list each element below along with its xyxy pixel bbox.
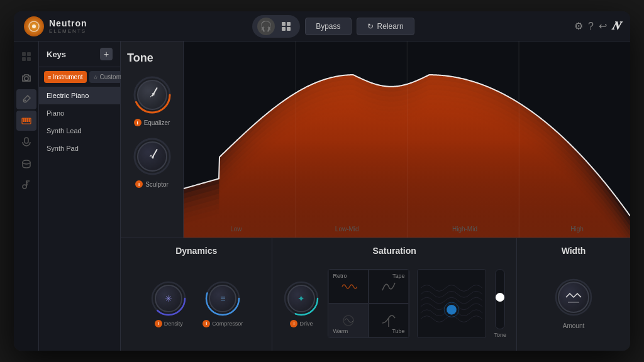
svg-rect-2 bbox=[282, 22, 286, 26]
freq-label-highmid: High-Mid bbox=[452, 226, 477, 233]
sculptor-knob-wrap: ∿ bbox=[132, 136, 172, 177]
svg-point-1 bbox=[32, 25, 36, 28]
add-preset-button[interactable]: + bbox=[100, 48, 113, 60]
n-brand-logo: 𝑵 bbox=[612, 19, 620, 33]
instrument-item-synth-pad[interactable]: Synth Pad bbox=[39, 140, 120, 157]
sat-type-grid: Retro Tape bbox=[328, 269, 409, 338]
compressor-knob-wrap: ≡ i Compressor bbox=[203, 280, 243, 327]
custom-tab[interactable]: ☆ Custom bbox=[89, 71, 125, 83]
svg-point-23 bbox=[23, 160, 30, 164]
sat-type-tape[interactable]: Tape bbox=[369, 270, 409, 304]
drive-label-row: i Drive bbox=[290, 320, 313, 327]
header: Neutron ELEMENTS 🎧 Bypass ↻ Relearn bbox=[14, 11, 630, 41]
frequency-chart: Low Low-Mid High-Mid High bbox=[184, 41, 630, 238]
strip-icon-bass[interactable] bbox=[16, 175, 36, 195]
strip-icon-microphone[interactable] bbox=[16, 132, 36, 152]
dynamics-controls: ✳ i Density bbox=[131, 263, 262, 343]
instrument-item-electric-piano[interactable]: Electric Piano bbox=[39, 87, 120, 104]
neutron-logo-icon bbox=[24, 16, 44, 36]
equalizer-info[interactable]: i bbox=[134, 119, 142, 126]
sat-type-warm[interactable]: Warm bbox=[328, 304, 369, 337]
density-label-row: i Density bbox=[155, 320, 183, 327]
view-toggle-group: 🎧 bbox=[252, 15, 300, 38]
sculptor-info[interactable]: i bbox=[135, 180, 143, 188]
amount-knob[interactable] bbox=[558, 282, 589, 313]
instrument-list: Electric Piano Piano Synth Lead Synth Pa… bbox=[39, 87, 120, 351]
strip-icon-guitar[interactable] bbox=[16, 89, 36, 109]
sat-type-tube-label: Tube bbox=[392, 328, 404, 334]
svg-rect-9 bbox=[27, 57, 31, 61]
instrument-item-piano[interactable]: Piano bbox=[39, 104, 120, 122]
sidebar-title: Keys bbox=[47, 50, 66, 59]
drive-knob[interactable]: ✦ bbox=[287, 285, 315, 312]
equalizer-knob-icon: ↗ bbox=[149, 90, 155, 99]
svg-point-11 bbox=[24, 100, 26, 102]
svg-rect-8 bbox=[22, 57, 26, 61]
compressor-label-row: i Compressor bbox=[203, 320, 243, 327]
freq-line-1 bbox=[296, 41, 296, 238]
headphones-tab[interactable]: 🎧 bbox=[257, 18, 275, 35]
density-icon: ✳ bbox=[165, 293, 172, 304]
dynamics-title: Dynamics bbox=[131, 246, 262, 256]
amount-label-row: Amount bbox=[563, 322, 584, 329]
svg-rect-5 bbox=[287, 27, 291, 31]
drive-info[interactable]: i bbox=[290, 320, 297, 327]
width-panel: Width bbox=[517, 238, 630, 351]
svg-rect-7 bbox=[27, 52, 31, 56]
svg-point-38 bbox=[447, 304, 457, 314]
drive-knob-wrap: ✦ i Drive bbox=[282, 280, 320, 327]
svg-point-10 bbox=[25, 77, 28, 80]
sculptor-knob-icon: ∿ bbox=[149, 153, 155, 161]
bottom-row: Dynamics ✳ bbox=[121, 238, 630, 351]
sat-type-tape-label: Tape bbox=[392, 273, 405, 279]
density-info[interactable]: i bbox=[155, 320, 162, 327]
compressor-info[interactable]: i bbox=[203, 320, 210, 327]
instrument-item-synth-lead[interactable]: Synth Lead bbox=[39, 122, 120, 140]
sat-type-warm-label: Warm bbox=[333, 328, 348, 334]
density-knob[interactable]: ✳ bbox=[155, 285, 182, 312]
compressor-knob[interactable]: ≡ bbox=[209, 285, 236, 312]
compressor-icon: ≡ bbox=[220, 293, 225, 304]
relearn-button[interactable]: ↻ Relearn bbox=[357, 18, 414, 35]
freq-gridlines bbox=[184, 41, 630, 238]
strip-icon-camera[interactable] bbox=[16, 68, 36, 88]
app-window: Neutron ELEMENTS 🎧 Bypass ↻ Relearn bbox=[14, 11, 630, 351]
main-content: Keys + ≡ Instrument ☆ Custom Electric Pi… bbox=[14, 41, 630, 351]
preset-tab-bar: ≡ Instrument ☆ Custom bbox=[39, 67, 120, 87]
freq-line-3 bbox=[519, 41, 519, 238]
freq-labels: Low Low-Mid High-Mid High bbox=[184, 226, 630, 233]
equalizer-knob-group: ↗ i Equalizer bbox=[127, 75, 177, 126]
icon-strip bbox=[14, 41, 39, 351]
sat-type-retro[interactable]: Retro bbox=[328, 270, 369, 304]
freq-label-lowmid: Low-Mid bbox=[335, 226, 359, 233]
density-knob-wrap: ✳ i Density bbox=[150, 280, 187, 327]
settings-icon[interactable]: ⚙ bbox=[574, 20, 583, 32]
svg-rect-6 bbox=[22, 52, 26, 56]
svg-point-24 bbox=[23, 185, 26, 189]
back-icon[interactable]: ↩ bbox=[599, 20, 607, 32]
strip-icon-keys[interactable] bbox=[16, 111, 36, 131]
sat-type-tube[interactable]: Tube bbox=[369, 304, 409, 337]
strip-icon-drum[interactable] bbox=[16, 153, 36, 173]
sat-tone-slider[interactable] bbox=[495, 269, 505, 329]
equalizer-knob[interactable]: ↗ bbox=[137, 80, 167, 110]
amount-knob-icon bbox=[565, 291, 582, 304]
tone-title: Tone bbox=[127, 52, 177, 65]
grid-tab[interactable] bbox=[277, 18, 295, 35]
app-subtitle: ELEMENTS bbox=[49, 28, 87, 34]
saturation-controls: ✦ i Drive Retro bbox=[282, 263, 506, 343]
strip-icon-grid[interactable] bbox=[16, 47, 36, 67]
sidebar: Keys + ≡ Instrument ☆ Custom Electric Pi… bbox=[39, 41, 121, 351]
equalizer-label-row: i Equalizer bbox=[134, 119, 170, 126]
app-title: Neutron bbox=[49, 18, 87, 28]
freq-label-low: Low bbox=[230, 226, 242, 233]
width-controls: Amount bbox=[527, 263, 620, 343]
freq-line-2 bbox=[407, 41, 408, 238]
instrument-tab[interactable]: ≡ Instrument bbox=[44, 71, 87, 83]
svg-rect-20 bbox=[28, 118, 30, 122]
sculptor-knob[interactable]: ∿ bbox=[137, 141, 167, 172]
help-icon[interactable]: ? bbox=[588, 21, 594, 32]
svg-rect-19 bbox=[26, 118, 28, 122]
bypass-button[interactable]: Bypass bbox=[305, 18, 351, 35]
saturation-title: Saturation bbox=[282, 246, 506, 256]
